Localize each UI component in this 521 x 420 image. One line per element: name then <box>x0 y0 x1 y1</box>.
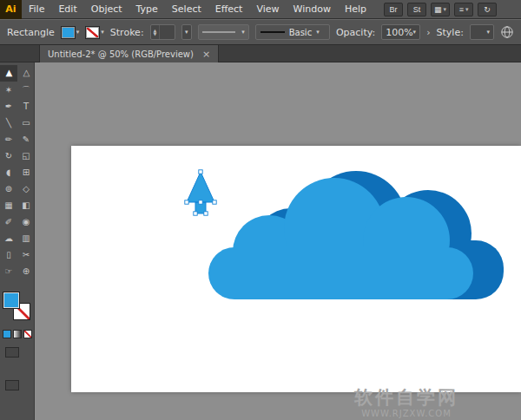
menu-item-help[interactable]: Help <box>338 0 373 18</box>
fill-color-swatch[interactable] <box>61 26 76 39</box>
app-button-st[interactable]: St <box>407 3 426 16</box>
menu-item-select[interactable]: Select <box>165 0 208 18</box>
document-tab[interactable]: Untitled-2* @ 50% (RGB/Preview) × <box>39 45 219 62</box>
canvas-pasteboard[interactable]: 软件自学网 WWW.RJZXW.COM <box>35 62 521 420</box>
workspace-grid-button[interactable]: ▦ ▾ <box>431 3 450 16</box>
tool-item-artboard[interactable]: ▯ <box>0 246 17 263</box>
menu-item-type[interactable]: Type <box>129 0 165 18</box>
menubar: Ai FileEditObjectTypeSelectEffectViewWin… <box>0 0 521 19</box>
tool-icon: ✐ <box>5 217 12 226</box>
tool-item-scale[interactable]: ◱ <box>17 148 35 164</box>
tool-item-blend[interactable]: ◉ <box>17 213 35 230</box>
stroke-color-control[interactable]: ▾ <box>85 26 104 39</box>
tool-item-slice[interactable]: ✂ <box>17 246 35 263</box>
draw-mode-button[interactable] <box>5 347 19 358</box>
tool-item-eyedropper[interactable]: ✐ <box>0 213 17 230</box>
tool-icon: ✂ <box>23 250 30 259</box>
tool-item-gradient[interactable]: ◧ <box>17 197 35 213</box>
tool-item-symbol-sprayer[interactable]: ☁ <box>0 230 17 246</box>
tool-icon: ☁ <box>4 233 13 243</box>
tool-item-direct-selection[interactable]: ▷ <box>17 65 35 82</box>
menu-item-edit[interactable]: Edit <box>51 0 83 18</box>
tool-item-shape-builder[interactable]: ⊚ <box>0 180 17 197</box>
tool-item-selection[interactable]: ▶ <box>0 65 17 82</box>
graphic-style-dropdown[interactable]: ▾ <box>470 24 494 40</box>
arrange-documents-button[interactable]: ≡ ▾ <box>454 3 473 16</box>
watermark-url: WWW.RJZXW.COM <box>354 409 458 418</box>
tool-item-width[interactable]: ◖ <box>0 164 17 180</box>
chevron-down-icon: ▾ <box>486 29 490 36</box>
tool-item-rotate[interactable]: ↻ <box>0 148 17 164</box>
width-profile-dropdown[interactable]: ▾ <box>198 24 249 40</box>
tool-item-free-transform[interactable]: ⊞ <box>17 164 35 180</box>
stroke-weight-stepper[interactable]: ▲ ▼ <box>150 24 175 40</box>
tool-item-pen[interactable]: ✒ <box>0 98 17 115</box>
opacity-dropdown[interactable]: 100% ▾ <box>381 24 420 40</box>
close-icon[interactable]: × <box>202 49 210 59</box>
stroke-weight-label: Stroke: <box>110 27 144 38</box>
menu-item-file[interactable]: File <box>22 0 51 18</box>
menu-lines-icon: ≡ <box>459 5 464 14</box>
tool-icon: ⊚ <box>5 184 12 194</box>
stroke-weight-dropdown[interactable]: ▾ <box>181 24 192 40</box>
tool-icon: T <box>23 102 29 111</box>
menu-item-window[interactable]: Window <box>287 0 338 18</box>
fill-swatch[interactable] <box>3 292 20 309</box>
tool-icon: ✏ <box>5 135 12 144</box>
tool-item-pencil[interactable]: ✎ <box>17 131 35 148</box>
tool-icon: ⌒ <box>22 84 30 96</box>
tool-item-line-segment[interactable]: ╲ <box>0 115 17 131</box>
menubar-app-buttons: BrSt ▦ ▾ ≡ ▾ ↻ <box>384 3 497 16</box>
chevron-down-icon: ▾ <box>185 29 188 36</box>
tool-icon: ▥ <box>22 233 30 243</box>
menu-item-view[interactable]: View <box>249 0 286 18</box>
tool-icon: ↻ <box>5 151 12 161</box>
opacity-label: Opacity: <box>336 27 375 38</box>
tool-icon: ☞ <box>5 266 13 276</box>
stroke-color-swatch[interactable] <box>85 26 100 39</box>
gradient-button[interactable] <box>13 330 22 338</box>
tool-item-hand[interactable]: ☞ <box>0 263 17 279</box>
document-setup-control[interactable] <box>500 25 514 39</box>
chevron-down-icon: ▾ <box>76 29 80 36</box>
workspace: ▶ ▷ ✶ ⌒ ✒ T ╲ ▭ ✏ ✎ <box>0 62 521 420</box>
tool-item-mesh[interactable]: ▦ <box>0 197 17 213</box>
tool-icon: ✎ <box>23 135 30 144</box>
globe-icon[interactable] <box>500 25 514 39</box>
sync-button[interactable]: ↻ <box>478 3 497 16</box>
none-button[interactable] <box>23 330 32 338</box>
app-button-br[interactable]: Br <box>384 3 403 16</box>
tool-item-type[interactable]: T <box>17 98 35 115</box>
menu-item-effect[interactable]: Effect <box>208 0 250 18</box>
tool-icon: ◱ <box>22 151 30 161</box>
tool-item-rectangle[interactable]: ▭ <box>17 115 35 131</box>
tool-item-paintbrush[interactable]: ✏ <box>0 131 17 148</box>
menu-item-object[interactable]: Object <box>84 0 129 18</box>
tool-icon: ✶ <box>5 85 12 95</box>
fill-color-control[interactable]: ▾ <box>61 26 80 39</box>
tool-item-magic-wand[interactable]: ✶ <box>0 82 17 98</box>
chevron-down-icon: ▾ <box>316 29 320 36</box>
tool-item-lasso[interactable]: ⌒ <box>17 82 35 98</box>
tool-grid: ▶ ▷ ✶ ⌒ ✒ T ╲ ▭ ✏ ✎ <box>0 65 34 279</box>
chevron-down-icon: ▾ <box>241 29 245 36</box>
tool-icon: ▭ <box>22 118 30 128</box>
tool-item-zoom[interactable]: ⊕ <box>17 263 35 279</box>
cloud-artwork[interactable] <box>204 169 512 308</box>
tool-item-column-graph[interactable]: ▥ <box>17 230 35 246</box>
tool-icon: ✒ <box>5 102 12 111</box>
artboard[interactable] <box>71 146 521 392</box>
watermark-title: 软件自学网 <box>354 388 458 408</box>
document-tab-title: Untitled-2* @ 50% (RGB/Preview) <box>48 49 194 59</box>
color-button[interactable] <box>3 330 11 338</box>
menu-list: FileEditObjectTypeSelectEffectViewWindow… <box>22 0 373 18</box>
stepper-arrows-icon[interactable]: ▲ ▼ <box>151 25 161 39</box>
opacity-flyout-chevron[interactable]: › <box>426 27 430 38</box>
brush-definition-dropdown[interactable]: Basic ▾ <box>255 24 330 40</box>
selected-arrow-shape[interactable] <box>182 167 221 220</box>
chevron-down-icon: ▾ <box>101 29 104 36</box>
chevron-down-icon: ▾ <box>444 6 447 13</box>
tool-item-perspective-grid[interactable]: ◇ <box>17 180 35 197</box>
screen-mode-button[interactable] <box>5 380 19 390</box>
opacity-value: 100% <box>386 27 412 38</box>
